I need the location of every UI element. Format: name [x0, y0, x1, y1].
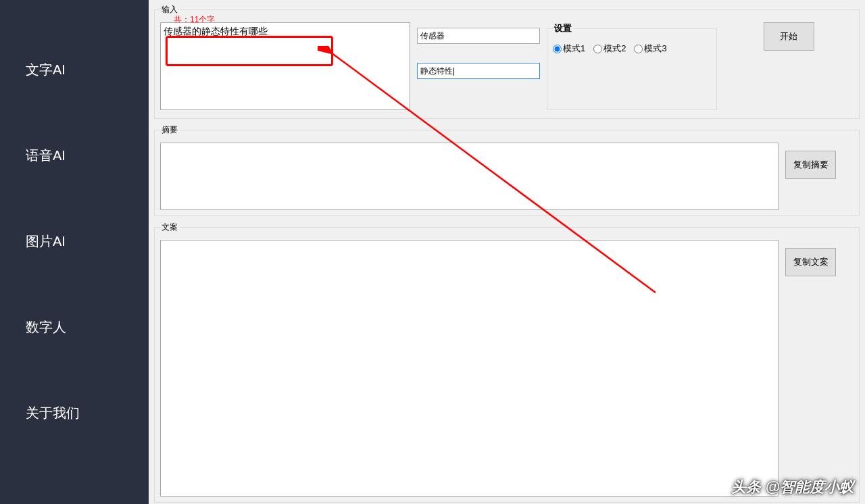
- content-group: 文案 复制文案: [154, 222, 860, 503]
- sidebar-item-voice-ai[interactable]: 语音AI: [0, 126, 149, 185]
- settings-legend: 设置: [553, 22, 573, 34]
- sidebar-item-text-ai[interactable]: 文字AI: [0, 41, 149, 99]
- start-button[interactable]: 开始: [764, 22, 814, 51]
- keyword2-input[interactable]: [417, 63, 540, 79]
- sidebar-item-about[interactable]: 关于我们: [0, 384, 149, 443]
- main-input-textarea[interactable]: [160, 22, 410, 110]
- watermark-label: 头条 @智能度小蚁: [731, 477, 854, 497]
- sidebar-item-digital-human[interactable]: 数字人: [0, 298, 149, 357]
- keyword1-input[interactable]: [417, 28, 540, 44]
- mode1-radio[interactable]: 模式1: [553, 43, 585, 55]
- copy-content-button[interactable]: 复制文案: [785, 248, 836, 276]
- mode3-radio[interactable]: 模式3: [634, 43, 666, 55]
- sidebar-item-image-ai[interactable]: 图片AI: [0, 212, 149, 271]
- copy-abstract-button[interactable]: 复制摘要: [785, 151, 836, 179]
- main-panel: 输入 共：11个字 设置 模式1 模式2 模式3 开始: [149, 0, 865, 504]
- abstract-legend: 摘要: [160, 124, 179, 136]
- content-legend: 文案: [160, 222, 179, 233]
- content-textarea[interactable]: [160, 240, 778, 497]
- sidebar: 文字AI 语音AI 图片AI 数字人 关于我们: [0, 0, 149, 504]
- settings-group: 设置 模式1 模式2 模式3: [547, 22, 717, 110]
- input-group: 输入 共：11个字 设置 模式1 模式2 模式3 开始: [154, 4, 860, 119]
- abstract-textarea[interactable]: [160, 143, 778, 210]
- abstract-group: 摘要 复制摘要: [154, 124, 860, 216]
- mode2-radio[interactable]: 模式2: [593, 43, 626, 55]
